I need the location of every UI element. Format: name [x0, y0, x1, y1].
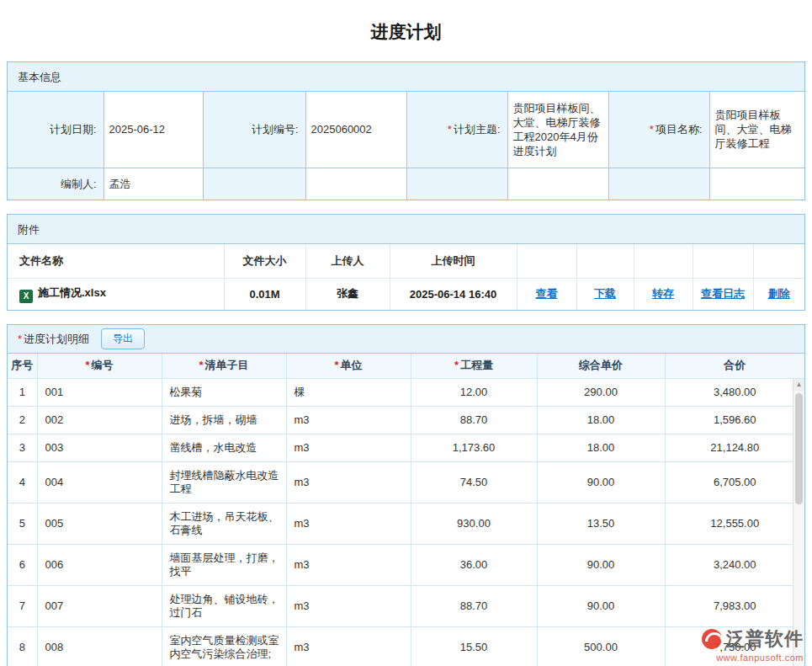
details-table: 序号*编号*清单子目*单位*工程量综合单价合价 1001松果菊棵12.00290…	[8, 354, 804, 666]
details-col-header: *单位	[286, 354, 411, 378]
detail-row: 1001松果菊棵12.00290.003,480.00	[8, 378, 804, 406]
attachments-col-action	[753, 244, 804, 278]
attachments-col-file-name: 文件名称	[8, 244, 224, 278]
detail-cell-item: 封埋线槽隐蔽水电改造工程	[162, 461, 286, 503]
plan-date-label: 计划日期:	[8, 92, 103, 168]
detail-cell-price: 290.00	[537, 378, 665, 406]
project-name-value: 贵阳项目样板间、大堂、电梯厅装修工程	[709, 92, 804, 168]
plan-date-value: 2025-06-12	[103, 92, 203, 168]
export-button[interactable]: 导出	[101, 328, 145, 349]
details-tbody: 1001松果菊棵12.00290.003,480.002002进场，拆墙，砌墙m…	[8, 378, 804, 666]
attachments-section-title: 附件	[8, 215, 804, 244]
detail-cell-qty: 15.50	[411, 626, 537, 666]
detail-cell-total: 3,240.00	[665, 544, 804, 585]
details-col-header: 序号	[8, 354, 37, 378]
project-name-label: *项目名称:	[608, 92, 709, 168]
attachment-upload-time: 2025-06-14 16:40	[390, 278, 517, 310]
attachment-action-download-link[interactable]: 下载	[594, 287, 616, 300]
detail-cell-code: 005	[37, 503, 162, 544]
detail-cell-total: 12,555.00	[665, 503, 804, 544]
detail-row: 8008室内空气质量检测或室内空气污染综合治理;m315.50500.007,7…	[8, 626, 804, 666]
basic-info-section-title: 基本信息	[8, 62, 804, 92]
required-mark: *	[85, 359, 89, 371]
required-mark: *	[334, 359, 338, 371]
attachments-col-action	[517, 244, 576, 278]
detail-cell-item: 松果菊	[162, 378, 286, 406]
details-panel: * 进度计划明细 导出 序号*编号*清单子目*单位*工程量综合单价合价 1001…	[7, 324, 805, 666]
required-mark: *	[448, 123, 452, 136]
detail-row: 3003凿线槽，水电改造m31,173.6018.0021,124.80	[8, 434, 804, 461]
fanpu-logo-icon	[702, 629, 722, 649]
attachments-col-action	[634, 244, 693, 278]
detail-cell-price: 90.00	[537, 544, 665, 585]
attachment-file-cell: X施工情况.xlsx	[8, 278, 224, 310]
required-mark: *	[650, 123, 654, 136]
attachment-action-cell: 下载	[576, 278, 634, 310]
detail-cell-item: 处理边角、铺设地砖，过门石	[162, 585, 286, 626]
details-header-row: 序号*编号*清单子目*单位*工程量综合单价合价	[8, 354, 804, 378]
scrollbar-thumb[interactable]	[795, 393, 803, 504]
detail-row: 7007处理边角、铺设地砖，过门石m388.7090.007,983.00	[8, 585, 804, 626]
attachments-panel: 附件 文件名称 文件大小 上传人 上传时间 X施工情况.xlsx	[7, 214, 805, 311]
scrollbar-up-arrow-icon[interactable]: ▲	[793, 379, 804, 391]
detail-row: 2002进场，拆墙，砌墙m388.7018.001,596.60	[8, 406, 804, 434]
attachments-col-action	[693, 244, 753, 278]
detail-cell-code: 007	[37, 585, 162, 626]
detail-cell-no: 6	[8, 544, 37, 585]
detail-cell-code: 008	[37, 626, 162, 666]
attachments-header-row: 文件名称 文件大小 上传人 上传时间	[8, 244, 804, 278]
details-section-header: * 进度计划明细 导出	[8, 325, 804, 354]
required-mark: *	[18, 325, 22, 354]
attachment-action-view-link[interactable]: 查看	[536, 287, 558, 300]
attachments-table: 文件名称 文件大小 上传人 上传时间 X施工情况.xlsx 0.01M 张鑫 2…	[8, 244, 804, 310]
detail-cell-qty: 36.00	[411, 544, 537, 585]
attachment-action-view-log-link[interactable]: 查看日志	[701, 287, 745, 300]
detail-cell-qty: 88.70	[411, 585, 537, 626]
required-mark: *	[199, 359, 203, 371]
detail-cell-qty: 1,173.60	[411, 434, 537, 461]
empty-cell	[507, 168, 608, 200]
attachments-col-upload-time: 上传时间	[390, 244, 517, 278]
empty-cell	[203, 168, 305, 200]
details-section-title: 进度计划明细	[24, 325, 89, 354]
detail-cell-code: 001	[37, 378, 162, 406]
required-mark: *	[454, 359, 459, 371]
detail-cell-item: 进场，拆墙，砌墙	[162, 406, 286, 434]
attachment-action-delete-link[interactable]: 删除	[768, 287, 790, 300]
plan-subject-value: 贵阳项目样板间、大堂、电梯厅装修工程2020年4月份进度计划	[507, 92, 608, 168]
detail-cell-price: 18.00	[537, 406, 665, 434]
author-value: 孟浩	[103, 168, 203, 200]
detail-cell-unit: m3	[286, 626, 411, 666]
detail-cell-no: 8	[8, 626, 37, 666]
details-col-header: *清单子目	[162, 354, 286, 378]
detail-cell-total: 6,705.00	[665, 461, 804, 503]
fanpu-watermark: 泛普软件 www.fanpusoft.com	[702, 626, 804, 663]
detail-cell-total: 7,983.00	[665, 585, 804, 626]
attachment-action-transfer-link[interactable]: 转存	[652, 287, 674, 300]
basic-info-panel: 基本信息 计划日期: 2025-06-12 计划编号: 2025060002 *…	[7, 61, 805, 200]
detail-cell-unit: m3	[286, 406, 411, 434]
detail-cell-item: 室内空气质量检测或室内空气污染综合治理;	[162, 626, 286, 666]
author-label: 编制人:	[8, 168, 103, 200]
basic-info-row-2: 编制人: 孟浩	[8, 168, 804, 200]
detail-row: 6006墙面基层处理，打磨，找平m336.0090.003,240.00	[8, 544, 804, 585]
attachment-file-size: 0.01M	[224, 278, 305, 310]
attachment-row: X施工情况.xlsx 0.01M 张鑫 2025-06-14 16:40 查看下…	[8, 278, 804, 310]
attachment-file-name: 施工情况.xlsx	[38, 286, 106, 299]
detail-cell-qty: 88.70	[411, 406, 537, 434]
detail-row: 5005木工进场，吊天花板、石膏线m3930.0013.5012,555.00	[8, 503, 804, 544]
basic-info-table: 计划日期: 2025-06-12 计划编号: 2025060002 *计划主题:…	[8, 92, 804, 200]
attachment-action-cell: 删除	[753, 278, 804, 310]
fanpu-url: www.fanpusoft.com	[702, 653, 804, 663]
detail-cell-code: 003	[37, 434, 162, 461]
details-scrollbar[interactable]: ▲	[793, 379, 804, 666]
detail-cell-code: 006	[37, 544, 162, 585]
page: 进度计划 基本信息 计划日期: 2025-06-12 计划编号: 2025060…	[0, 0, 812, 666]
empty-cell	[608, 168, 709, 200]
detail-cell-no: 4	[8, 461, 37, 503]
empty-cell	[709, 168, 804, 200]
detail-cell-unit: m3	[286, 434, 411, 461]
detail-cell-unit: m3	[286, 461, 411, 503]
detail-cell-price: 90.00	[537, 461, 665, 503]
basic-info-row-1: 计划日期: 2025-06-12 计划编号: 2025060002 *计划主题:…	[8, 92, 804, 168]
